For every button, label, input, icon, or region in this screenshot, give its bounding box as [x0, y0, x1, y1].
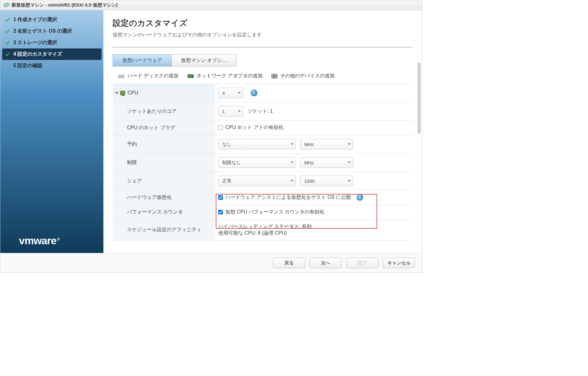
- device-icon: [271, 74, 278, 79]
- hyperthreading-status: ハイパースレッディング ステータス: 有効: [218, 223, 409, 230]
- perf-counters-checkbox[interactable]: [218, 210, 223, 214]
- reservation-label: 予約: [113, 135, 215, 154]
- svg-rect-5: [188, 75, 193, 78]
- row-cpu-hotplug: CPU のホット プラグ CPU ホット アドの有効化: [113, 121, 413, 135]
- add-hard-disk[interactable]: ハード ディスクの追加: [118, 73, 179, 79]
- available-cpus: 使用可能な CPU: 8 (論理 CPU): [218, 230, 409, 236]
- vm-icon: [3, 3, 9, 8]
- cores-per-socket-select[interactable]: 1: [218, 106, 243, 117]
- hard-disk-icon: [118, 73, 125, 79]
- reservation-unit-select[interactable]: MHz: [300, 139, 353, 149]
- wizard-step-3[interactable]: 3 ストレージの選択: [0, 37, 103, 48]
- wizard-step-1[interactable]: 1 作成タイプの選択: [0, 14, 103, 25]
- cores-label: ソケットあたりのコア: [113, 102, 215, 121]
- cancel-button[interactable]: キャンセル: [383, 258, 415, 268]
- wizard-step-5[interactable]: 5 設定の確認: [0, 60, 103, 71]
- title-underline: [113, 47, 413, 48]
- perfcnt-label: パフォーマンス カウンタ: [113, 205, 215, 219]
- svg-rect-4: [119, 76, 124, 77]
- tabs: 仮想ハードウェア 仮想マシン オプシ…: [113, 54, 413, 66]
- row-limit: 制限 制限なし MHz: [113, 154, 413, 172]
- shares-select[interactable]: 正常: [218, 176, 296, 186]
- nic-icon: [187, 73, 194, 79]
- cpu-icon: [120, 91, 125, 95]
- titlebar: 新規仮想マシン - minishift1 (ESXi 6.5 仮想マシン): [0, 0, 422, 10]
- row-reservation: 予約 なし MHz: [113, 135, 413, 154]
- tab-virtual-hardware[interactable]: 仮想ハードウェア: [113, 54, 172, 66]
- affinity-label: スケジュール設定のアフィニティ: [113, 219, 215, 240]
- add-network-adapter[interactable]: ネットワーク アダプタの追加: [187, 73, 262, 79]
- finish-button: 完了: [346, 258, 378, 268]
- row-hardware-virtualization: ハードウェア仮想化 ハードウェア アシストによる仮想化をゲスト OS に公開i: [113, 190, 413, 205]
- row-cpu: CPU 4 i: [113, 84, 413, 102]
- page-desc: 仮想マシンのハードウェアおよびその他のオプションを設定します: [113, 32, 413, 38]
- expose-hw-virt-checkbox[interactable]: [218, 195, 223, 200]
- info-icon[interactable]: i: [356, 194, 363, 201]
- check-icon: [5, 17, 10, 23]
- shares-label: シェア: [113, 172, 215, 190]
- settings-table: CPU 4 i ソケットあたりのコア: [113, 84, 413, 241]
- row-shares: シェア 正常 1000: [113, 172, 413, 190]
- footer: 戻る 次へ 完了 キャンセル: [0, 253, 422, 273]
- reservation-select[interactable]: なし: [218, 139, 296, 149]
- page-title: 設定のカスタマイズ: [113, 18, 413, 29]
- sidebar: 1 作成タイプの選択 2 名前とゲスト OS の選択 3 ストレージの選択 4 …: [0, 10, 103, 253]
- check-icon: [5, 52, 10, 57]
- add-other-device[interactable]: その他のデバイスの追加: [271, 73, 335, 79]
- row-scheduling-affinity: スケジュール設定のアフィニティ ハイパースレッディング ステータス: 有効 使用…: [113, 219, 413, 240]
- check-icon: [5, 29, 10, 34]
- info-icon[interactable]: i: [251, 89, 257, 96]
- hotplug-label: CPU のホット プラグ: [113, 121, 215, 135]
- svg-rect-6: [189, 76, 190, 77]
- window-title: 新規仮想マシン - minishift1 (ESXi 6.5 仮想マシン): [11, 2, 118, 8]
- shares-value-select[interactable]: 1000: [300, 176, 353, 186]
- svg-rect-7: [191, 76, 192, 77]
- cpu-label: CPU: [128, 90, 138, 96]
- device-toolbar: ハード ディスクの追加 ネットワーク アダプタの追加 その他のデバイスの追加: [113, 71, 413, 84]
- back-button[interactable]: 戻る: [273, 258, 305, 268]
- cpu-count-select[interactable]: 4: [218, 88, 243, 98]
- cpu-hot-add-checkbox[interactable]: [218, 125, 223, 130]
- limit-label: 制限: [113, 154, 215, 172]
- limit-select[interactable]: 制限なし: [218, 157, 296, 168]
- next-button[interactable]: 次へ: [310, 258, 342, 268]
- expand-caret-icon[interactable]: [115, 92, 118, 94]
- wizard-step-4[interactable]: 4 設定のカスタマイズ: [2, 48, 102, 60]
- socket-count-text: ソケット: 1: [247, 108, 273, 115]
- row-perf-counters: パフォーマンス カウンタ 仮想 CPU パフォーマンス カウンタの有効化: [113, 205, 413, 219]
- row-cores-per-socket: ソケットあたりのコア 1 ソケット: 1: [113, 102, 413, 121]
- scrollbar[interactable]: [418, 62, 421, 134]
- wizard-steps: 1 作成タイプの選択 2 名前とゲスト OS の選択 3 ストレージの選択 4 …: [0, 10, 103, 228]
- tab-vm-options[interactable]: 仮想マシン オプシ…: [171, 54, 237, 66]
- wizard-step-2[interactable]: 2 名前とゲスト OS の選択: [0, 25, 103, 37]
- limit-unit-select[interactable]: MHz: [300, 157, 353, 168]
- vmware-logo: vmware®: [0, 228, 103, 253]
- check-icon: [5, 40, 10, 46]
- hwvirt-label: ハードウェア仮想化: [113, 190, 215, 205]
